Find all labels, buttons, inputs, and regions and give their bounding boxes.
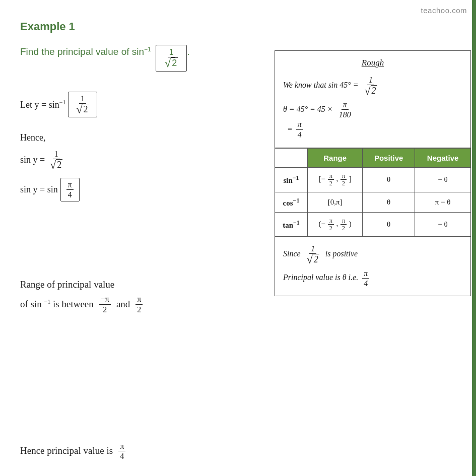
sin-eq1: sin y = 1 √2	[20, 149, 272, 171]
negative-tan: − θ	[415, 212, 471, 237]
example-title: Example 1	[20, 20, 272, 33]
sin-eq2: sin y = sin π 4	[20, 178, 272, 201]
negative-sin: − θ	[415, 167, 471, 192]
func-cos: cos−1	[275, 192, 308, 212]
question-text: Find the principal value of sin−1 1 √2 .	[20, 44, 272, 72]
func-tan: tan−1	[275, 212, 308, 237]
rough-line1: We know that sin 45° = 1 √2	[283, 75, 462, 97]
rough-title: Rough	[283, 58, 462, 68]
table-header-range: Range	[308, 148, 363, 167]
conclusion-line2: Principal value is θ i.e. π 4	[283, 268, 462, 288]
positive-sin: θ	[363, 167, 415, 192]
table-row-tan: tan−1 (− π 2 , π 2 ) θ − θ	[275, 212, 471, 237]
final-answer: Hence principal value is π 4	[20, 441, 127, 461]
table-header-empty	[275, 148, 308, 167]
table-header-negative: Negative	[415, 148, 471, 167]
main-content: Example 1 Find the principal value of si…	[20, 20, 272, 217]
table-row-cos: cos−1 [0,π] θ π − θ	[275, 192, 471, 212]
table-row-sin: sin−1 [− π 2 , π 2 ] θ − θ	[275, 167, 471, 192]
sidebar-bar	[472, 0, 476, 476]
rough-section: Rough We know that sin 45° = 1 √2 θ = 45…	[275, 50, 471, 148]
question-fraction: 1 √2	[163, 47, 180, 69]
bottom-conclusion: Hence principal value is π 4	[20, 441, 127, 461]
positive-cos: θ	[363, 192, 415, 212]
rough-content: We know that sin 45° = 1 √2 θ = 45° = 45…	[283, 75, 462, 140]
range-cos: [0,π]	[308, 192, 363, 212]
trig-table: Range Positive Negative sin−1 [− π 2 , π	[275, 148, 471, 237]
brand-label: teachoo.com	[421, 6, 467, 15]
let-statement: Let y = sin−1 1 √2	[20, 92, 272, 117]
range-tan: (− π 2 , π 2 )	[308, 212, 363, 237]
positive-tan: θ	[363, 212, 415, 237]
range-line2: of sin −1 is between −π 2 and π 2	[20, 294, 144, 314]
conclusion-box: Since 1 √2 is positive Principal value i…	[275, 237, 471, 296]
rough-line2: θ = 45° = 45 × π 180	[283, 100, 462, 119]
rough-line3: = π 4	[287, 119, 462, 139]
hence-label: Hence,	[20, 132, 272, 143]
range-line1: Range of principal value	[20, 277, 144, 292]
table-header-positive: Positive	[363, 148, 415, 167]
negative-cos: π − θ	[415, 192, 471, 212]
conclusion-line1: Since 1 √2 is positive	[283, 244, 462, 265]
func-sin: sin−1	[275, 167, 308, 192]
range-sin: [− π 2 , π 2 ]	[308, 167, 363, 192]
right-panel: Rough We know that sin 45° = 1 √2 θ = 45…	[275, 50, 471, 296]
range-text-block: Range of principal value of sin −1 is be…	[20, 277, 144, 314]
